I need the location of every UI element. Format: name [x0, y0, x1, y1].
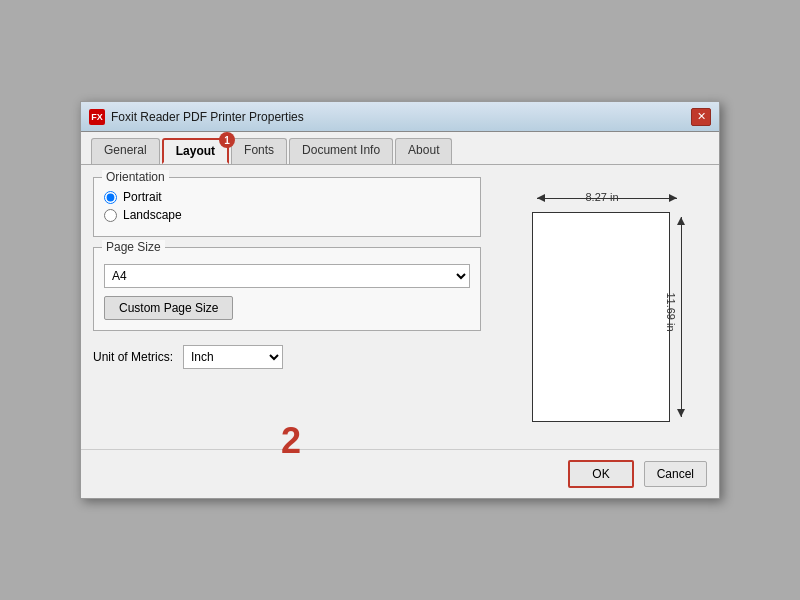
tab-general[interactable]: General — [91, 138, 160, 164]
unit-row: Unit of Metrics: Inch mm cm — [93, 345, 481, 369]
page-size-select-row: A4 Letter Legal A3 Custom — [104, 264, 470, 288]
tab-about[interactable]: About — [395, 138, 452, 164]
landscape-label[interactable]: Landscape — [123, 208, 182, 222]
app-icon: FX — [89, 109, 105, 125]
page-size-select[interactable]: A4 Letter Legal A3 Custom — [104, 264, 470, 288]
portrait-row: Portrait — [104, 190, 470, 204]
width-label: 8.27 in — [512, 191, 692, 203]
custom-page-size-button[interactable]: Custom Page Size — [104, 296, 233, 320]
unit-select[interactable]: Inch mm cm — [183, 345, 283, 369]
tabs-bar: General Layout 1 Fonts Document Info Abo… — [81, 132, 719, 165]
page-rect — [532, 212, 670, 422]
step-number-2: 2 — [281, 420, 301, 462]
tab-fonts[interactable]: Fonts — [231, 138, 287, 164]
page-size-group-label: Page Size — [102, 240, 165, 254]
orientation-group: Orientation Portrait Landscape — [93, 177, 481, 237]
close-button[interactable]: ✕ — [691, 108, 711, 126]
tab-document-info[interactable]: Document Info — [289, 138, 393, 164]
tab-layout-badge: 1 — [219, 132, 235, 148]
page-preview: 8.27 in 11.69 in — [512, 187, 692, 437]
orientation-group-label: Orientation — [102, 170, 169, 184]
tab-layout[interactable]: Layout 1 — [162, 138, 229, 164]
left-panel: Orientation Portrait Landscape Page Size… — [93, 177, 481, 437]
landscape-radio[interactable] — [104, 209, 117, 222]
height-label: 11.69 in — [664, 292, 676, 331]
landscape-row: Landscape — [104, 208, 470, 222]
dialog-footer: 2 OK Cancel — [81, 449, 719, 498]
dialog-body: Orientation Portrait Landscape Page Size… — [81, 165, 719, 449]
title-bar: FX Foxit Reader PDF Printer Properties ✕ — [81, 102, 719, 132]
right-panel: 8.27 in 11.69 in — [497, 177, 707, 437]
portrait-label[interactable]: Portrait — [123, 190, 162, 204]
unit-label: Unit of Metrics: — [93, 350, 173, 364]
portrait-radio[interactable] — [104, 191, 117, 204]
dialog-window: FX Foxit Reader PDF Printer Properties ✕… — [80, 101, 720, 499]
ok-button[interactable]: OK — [568, 460, 633, 488]
height-arrow-line — [681, 217, 682, 417]
cancel-button[interactable]: Cancel — [644, 461, 707, 487]
window-title: Foxit Reader PDF Printer Properties — [111, 110, 304, 124]
page-size-group: Page Size A4 Letter Legal A3 Custom Cust… — [93, 247, 481, 331]
title-bar-left: FX Foxit Reader PDF Printer Properties — [89, 109, 304, 125]
